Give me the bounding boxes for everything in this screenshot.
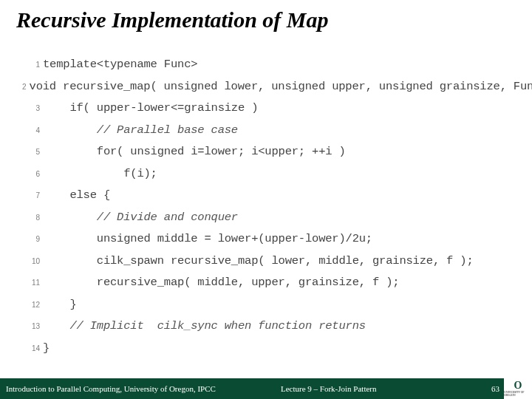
- code-comment: // Parallel base case: [43, 123, 238, 137]
- slide-title: Recursive Implementation of Map: [0, 0, 532, 33]
- slide: Recursive Implementation of Map 1templat…: [0, 0, 532, 399]
- code-text: void recursive_map( unsigned lower, unsi…: [30, 80, 532, 93]
- code-line: 14}: [22, 341, 510, 364]
- code-line: 9 unsigned middle = lower+(upper-lower)/…: [22, 232, 510, 254]
- line-number: 5: [22, 148, 43, 156]
- code-text: if( upper-lower<=grainsize ): [43, 101, 258, 115]
- logo-subtext: UNIVERSITY OF OREGON: [504, 391, 532, 397]
- code-line: 5 for( unsigned i=lower; i<upper; ++i ): [22, 145, 510, 167]
- line-number: 13: [22, 322, 43, 330]
- code-text: for( unsigned i=lower; i<upper; ++i ): [43, 145, 346, 158]
- line-number: 8: [22, 214, 43, 222]
- line-number: 9: [22, 235, 43, 243]
- code-line: 6 f(i);: [22, 167, 510, 189]
- code-text: }: [43, 341, 50, 355]
- code-line: 2void recursive_map( unsigned lower, uns…: [22, 80, 510, 102]
- code-line: 8 // Divide and conquer: [22, 211, 510, 233]
- code-listing: 1template<typename Func>2void recursive_…: [22, 58, 510, 363]
- code-line: 11 recursive_map( middle, upper, grainsi…: [22, 276, 510, 298]
- footer-course: Introduction to Parallel Computing, Univ…: [0, 384, 229, 393]
- line-number: 12: [22, 301, 43, 309]
- page-number: 63: [491, 384, 504, 393]
- footer-bar: Introduction to Parallel Computing, Univ…: [0, 378, 532, 399]
- line-number: 7: [22, 191, 43, 200]
- line-number: 6: [22, 170, 43, 178]
- line-number: 1: [22, 61, 43, 69]
- code-comment: // Divide and conquer: [43, 211, 238, 224]
- line-number: 11: [22, 279, 43, 287]
- code-line: 12 }: [22, 298, 510, 320]
- code-comment: // Implicit cilk_sync when function retu…: [43, 319, 366, 332]
- code-text: f(i);: [43, 167, 157, 180]
- code-text: cilk_spawn recursive_map( lower, middle,…: [43, 254, 474, 267]
- code-text: else {: [43, 188, 110, 202]
- line-number: 4: [22, 126, 43, 134]
- line-number: 10: [22, 257, 43, 265]
- line-number: 3: [22, 104, 43, 112]
- logo-o-icon: O: [514, 381, 522, 391]
- code-line: 10 cilk_spawn recursive_map( lower, midd…: [22, 254, 510, 276]
- code-line: 7 else {: [22, 188, 510, 211]
- code-text: }: [43, 298, 77, 311]
- code-line: 4 // Parallel base case: [22, 123, 510, 146]
- code-line: 1template<typename Func>: [22, 58, 510, 80]
- code-text: template<typename Func>: [43, 58, 197, 71]
- code-text: unsigned middle = lower+(upper-lower)/2u…: [43, 232, 372, 245]
- code-text: recursive_map( middle, upper, grainsize,…: [43, 276, 399, 289]
- line-number: 2: [22, 83, 30, 91]
- code-line: 13 // Implicit cilk_sync when function r…: [22, 319, 510, 341]
- line-number: 14: [22, 344, 43, 352]
- code-line: 3 if( upper-lower<=grainsize ): [22, 101, 510, 123]
- university-logo: O UNIVERSITY OF OREGON: [504, 378, 532, 399]
- footer-lecture: Lecture 9 – Fork-Join Pattern: [229, 384, 491, 393]
